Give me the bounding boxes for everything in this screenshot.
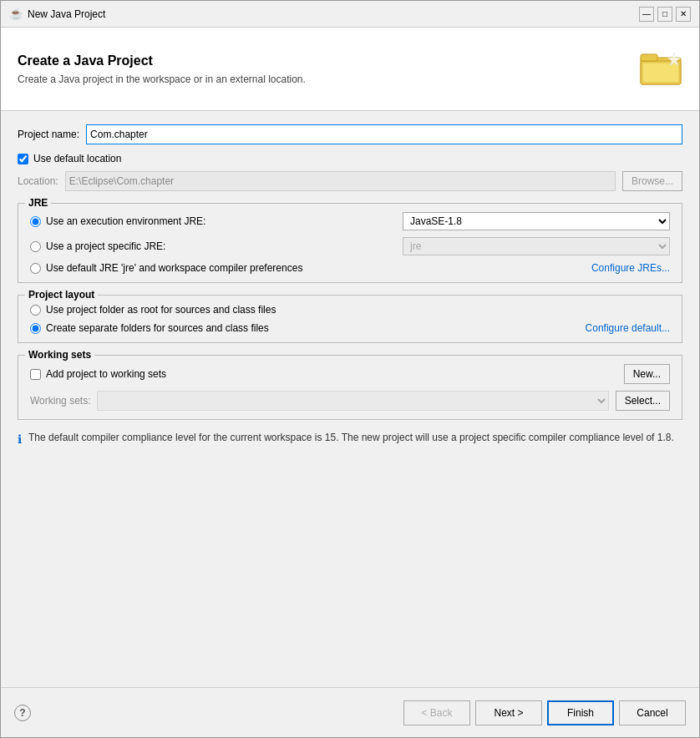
add-to-working-sets-row: Add project to working sets bbox=[30, 368, 166, 380]
jre-env-label[interactable]: Use an execution environment JRE: bbox=[46, 215, 403, 227]
jre-env-radio[interactable] bbox=[30, 216, 41, 227]
close-button[interactable]: ✕ bbox=[676, 7, 691, 22]
titlebar-title: New Java Project bbox=[28, 8, 105, 20]
project-name-label: Project name: bbox=[18, 129, 79, 140]
location-input[interactable] bbox=[65, 171, 616, 191]
jre-env-select[interactable]: JavaSE-1.8 JavaSE-11 JavaSE-15 bbox=[403, 212, 670, 230]
working-sets-title: Working sets bbox=[25, 349, 94, 361]
svg-rect-3 bbox=[642, 63, 679, 83]
new-working-set-button[interactable]: New... bbox=[624, 364, 670, 384]
use-default-location-label[interactable]: Use default location bbox=[33, 153, 121, 164]
working-sets-label: Working sets: bbox=[30, 395, 90, 407]
page-subtitle: Create a Java project in the workspace o… bbox=[18, 73, 306, 85]
jre-default-label[interactable]: Use default JRE 'jre' and workspace comp… bbox=[46, 262, 591, 274]
page-title: Create a Java Project bbox=[18, 53, 306, 68]
jre-specific-select[interactable]: jre bbox=[403, 237, 670, 255]
project-layout-title: Project layout bbox=[25, 289, 98, 301]
titlebar-left: ☕ New Java Project bbox=[9, 8, 105, 21]
next-button[interactable]: Next > bbox=[475, 700, 542, 725]
jre-option1-row: Use an execution environment JRE: JavaSE… bbox=[30, 212, 670, 230]
select-working-set-button[interactable]: Select... bbox=[616, 391, 670, 411]
minimize-button[interactable]: — bbox=[639, 7, 654, 22]
svg-rect-2 bbox=[641, 54, 657, 61]
cancel-button[interactable]: Cancel bbox=[619, 700, 686, 725]
jre-group-title: JRE bbox=[25, 197, 51, 209]
back-button[interactable]: < Back bbox=[403, 700, 470, 725]
configure-jres-link[interactable]: Configure JREs... bbox=[591, 262, 670, 274]
maximize-button[interactable]: □ bbox=[657, 7, 672, 22]
dialog-window: ☕ New Java Project — □ ✕ Create a Java P… bbox=[0, 0, 700, 738]
working-sets-group: Working sets Add project to working sets… bbox=[18, 355, 682, 420]
layout-separate-label[interactable]: Create separate folders for sources and … bbox=[46, 322, 586, 334]
footer-buttons: < Back Next > Finish Cancel bbox=[403, 700, 686, 725]
add-to-working-sets-checkbox[interactable] bbox=[30, 369, 41, 380]
jre-specific-label[interactable]: Use a project specific JRE: bbox=[46, 240, 403, 252]
project-name-input[interactable] bbox=[86, 124, 682, 144]
jre-default-radio[interactable] bbox=[30, 263, 41, 274]
configure-default-link[interactable]: Configure default... bbox=[586, 322, 670, 334]
footer-left: ? bbox=[14, 705, 31, 721]
info-box: ℹ The default compiler compliance level … bbox=[18, 432, 682, 446]
info-icon: ℹ bbox=[18, 432, 22, 446]
location-label: Location: bbox=[18, 175, 58, 187]
layout-root-radio[interactable] bbox=[30, 305, 41, 316]
add-to-working-sets-label[interactable]: Add project to working sets bbox=[46, 368, 166, 380]
working-sets-select[interactable] bbox=[97, 391, 608, 411]
jre-option3-row: Use default JRE 'jre' and workspace comp… bbox=[30, 262, 670, 274]
java-icon: ☕ bbox=[9, 8, 23, 21]
layout-option1-row: Use project folder as root for sources a… bbox=[30, 304, 670, 316]
working-sets-row: Working sets: Select... bbox=[30, 391, 670, 411]
titlebar-controls: — □ ✕ bbox=[639, 7, 691, 22]
jre-specific-radio[interactable] bbox=[30, 241, 41, 252]
header-section: Create a Java Project Create a Java proj… bbox=[1, 28, 699, 111]
layout-root-label[interactable]: Use project folder as root for sources a… bbox=[46, 304, 670, 316]
use-default-location-row: Use default location bbox=[18, 153, 682, 164]
header-icon bbox=[639, 46, 682, 92]
titlebar: ☕ New Java Project — □ ✕ bbox=[1, 1, 699, 28]
help-button[interactable]: ? bbox=[14, 705, 31, 721]
header-text: Create a Java Project Create a Java proj… bbox=[18, 53, 306, 85]
project-name-row: Project name: bbox=[18, 124, 682, 144]
info-message: The default compiler compliance level fo… bbox=[28, 432, 674, 443]
browse-button[interactable]: Browse... bbox=[622, 171, 682, 191]
layout-separate-radio[interactable] bbox=[30, 323, 41, 334]
project-layout-group: Project layout Use project folder as roo… bbox=[18, 295, 682, 343]
use-default-location-checkbox[interactable] bbox=[18, 154, 28, 164]
folder-icon bbox=[639, 46, 682, 89]
jre-option2-row: Use a project specific JRE: jre bbox=[30, 237, 670, 255]
layout-option2-row: Create separate folders for sources and … bbox=[30, 322, 670, 334]
main-content: Project name: Use default location Locat… bbox=[1, 111, 699, 687]
finish-button[interactable]: Finish bbox=[547, 700, 614, 725]
jre-group: JRE Use an execution environment JRE: Ja… bbox=[18, 203, 682, 283]
dialog-footer: ? < Back Next > Finish Cancel bbox=[1, 687, 699, 737]
location-row: Location: Browse... bbox=[18, 171, 682, 191]
